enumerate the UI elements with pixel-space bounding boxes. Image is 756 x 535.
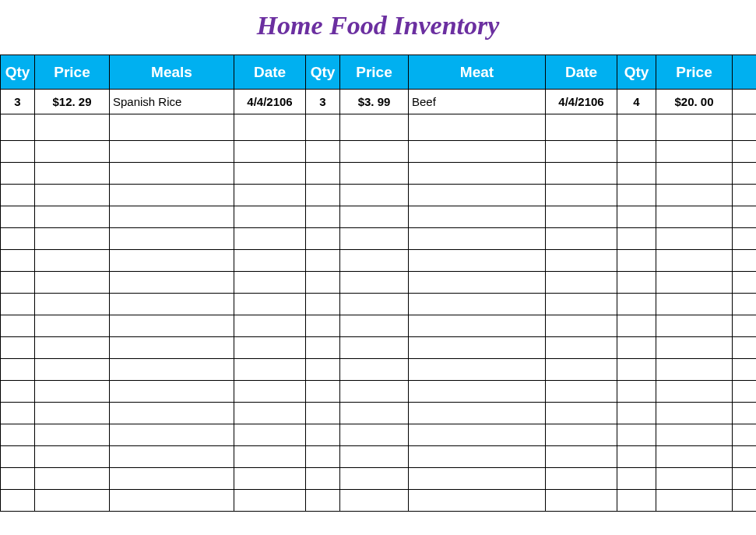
empty-cell[interactable] (656, 163, 733, 185)
empty-cell[interactable] (733, 359, 757, 381)
empty-cell[interactable] (733, 228, 757, 250)
empty-cell[interactable] (733, 294, 757, 315)
empty-cell[interactable] (617, 141, 656, 163)
empty-cell[interactable] (733, 250, 757, 272)
empty-cell[interactable] (306, 114, 340, 141)
empty-cell[interactable] (110, 424, 234, 446)
empty-cell[interactable] (110, 250, 234, 272)
empty-cell[interactable] (617, 228, 656, 250)
empty-cell[interactable] (35, 250, 110, 272)
empty-cell[interactable] (306, 141, 340, 163)
empty-cell[interactable] (733, 403, 757, 424)
empty-cell[interactable] (234, 359, 306, 381)
empty-cell[interactable] (35, 424, 110, 446)
empty-cell[interactable] (617, 359, 656, 381)
empty-cell[interactable] (1, 446, 35, 468)
empty-cell[interactable] (306, 468, 340, 490)
empty-cell[interactable] (409, 315, 546, 337)
empty-cell[interactable] (656, 294, 733, 315)
empty-cell[interactable] (546, 185, 617, 206)
empty-cell[interactable] (306, 424, 340, 446)
empty-cell[interactable] (733, 272, 757, 294)
empty-cell[interactable] (35, 163, 110, 185)
empty-cell[interactable] (656, 424, 733, 446)
empty-cell[interactable] (546, 359, 617, 381)
empty-cell[interactable] (234, 185, 306, 206)
empty-cell[interactable] (733, 114, 757, 141)
empty-cell[interactable] (110, 228, 234, 250)
empty-cell[interactable] (110, 206, 234, 228)
empty-cell[interactable] (1, 163, 35, 185)
empty-cell[interactable] (234, 337, 306, 359)
empty-cell[interactable] (733, 185, 757, 206)
empty-cell[interactable] (617, 114, 656, 141)
empty-cell[interactable] (656, 490, 733, 512)
empty-cell[interactable] (1, 468, 35, 490)
empty-cell[interactable] (409, 185, 546, 206)
empty-cell[interactable] (733, 206, 757, 228)
empty-cell[interactable] (546, 315, 617, 337)
empty-cell[interactable] (409, 490, 546, 512)
empty-cell[interactable] (340, 163, 409, 185)
empty-cell[interactable] (617, 294, 656, 315)
empty-cell[interactable] (110, 272, 234, 294)
empty-cell[interactable] (1, 272, 35, 294)
empty-cell[interactable] (35, 403, 110, 424)
empty-cell[interactable] (1, 114, 35, 141)
empty-cell[interactable] (546, 141, 617, 163)
empty-cell[interactable] (733, 315, 757, 337)
empty-cell[interactable] (733, 446, 757, 468)
empty-cell[interactable] (234, 250, 306, 272)
empty-cell[interactable] (110, 446, 234, 468)
empty-cell[interactable] (306, 294, 340, 315)
empty-cell[interactable] (340, 272, 409, 294)
empty-cell[interactable] (1, 490, 35, 512)
empty-cell[interactable] (409, 337, 546, 359)
cell-qty2[interactable]: 3 (306, 90, 340, 114)
empty-cell[interactable] (1, 315, 35, 337)
empty-cell[interactable] (306, 206, 340, 228)
empty-cell[interactable] (234, 272, 306, 294)
empty-cell[interactable] (733, 141, 757, 163)
empty-cell[interactable] (306, 315, 340, 337)
empty-cell[interactable] (35, 185, 110, 206)
empty-cell[interactable] (656, 403, 733, 424)
empty-cell[interactable] (234, 446, 306, 468)
empty-cell[interactable] (617, 446, 656, 468)
empty-cell[interactable] (1, 403, 35, 424)
empty-cell[interactable] (546, 163, 617, 185)
empty-cell[interactable] (656, 468, 733, 490)
empty-cell[interactable] (306, 337, 340, 359)
empty-cell[interactable] (340, 446, 409, 468)
empty-cell[interactable] (409, 424, 546, 446)
empty-cell[interactable] (234, 141, 306, 163)
empty-cell[interactable] (656, 141, 733, 163)
empty-cell[interactable] (656, 337, 733, 359)
empty-cell[interactable] (617, 468, 656, 490)
empty-cell[interactable] (546, 403, 617, 424)
empty-cell[interactable] (733, 381, 757, 403)
empty-cell[interactable] (340, 315, 409, 337)
empty-cell[interactable] (35, 114, 110, 141)
empty-cell[interactable] (409, 163, 546, 185)
empty-cell[interactable] (617, 490, 656, 512)
empty-cell[interactable] (617, 337, 656, 359)
empty-cell[interactable] (1, 381, 35, 403)
empty-cell[interactable] (35, 359, 110, 381)
empty-cell[interactable] (546, 490, 617, 512)
empty-cell[interactable] (35, 294, 110, 315)
empty-cell[interactable] (1, 141, 35, 163)
empty-cell[interactable] (656, 250, 733, 272)
empty-cell[interactable] (306, 381, 340, 403)
empty-cell[interactable] (234, 206, 306, 228)
cell-date2[interactable]: 4/4/2106 (546, 90, 617, 114)
empty-cell[interactable] (110, 315, 234, 337)
empty-cell[interactable] (409, 403, 546, 424)
empty-cell[interactable] (546, 468, 617, 490)
empty-cell[interactable] (656, 381, 733, 403)
empty-cell[interactable] (617, 250, 656, 272)
empty-cell[interactable] (234, 294, 306, 315)
empty-cell[interactable] (234, 381, 306, 403)
empty-cell[interactable] (409, 272, 546, 294)
empty-cell[interactable] (656, 315, 733, 337)
